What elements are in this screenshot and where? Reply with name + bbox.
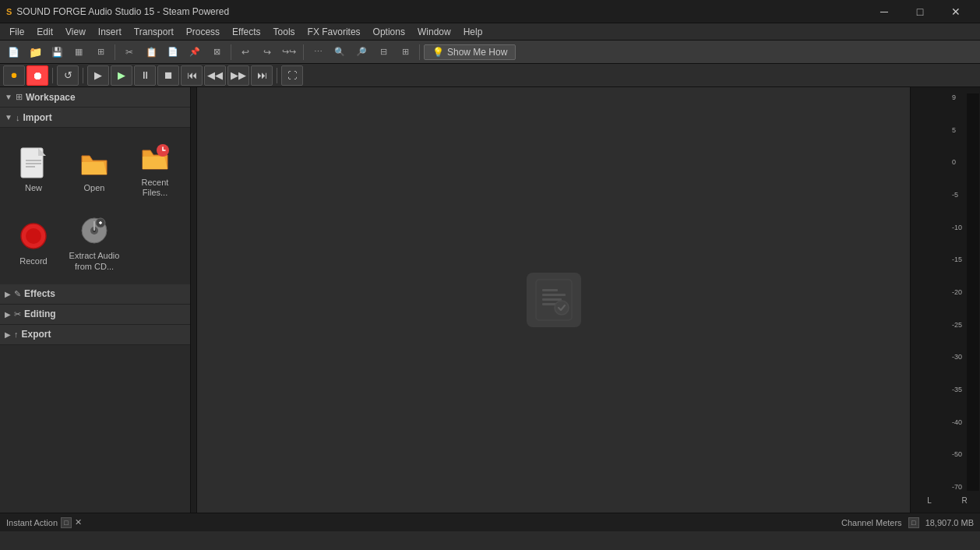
maximize-button[interactable]: □ — [902, 0, 938, 23]
show-me-how-button[interactable]: 💡 Show Me How — [424, 44, 516, 60]
workspace-label: Workspace — [26, 92, 76, 103]
vu-label-n15: -15 — [952, 256, 962, 263]
menu-tools[interactable]: Tools — [267, 23, 301, 41]
fast-forward-button[interactable]: ▶▶ — [227, 65, 249, 86]
refresh-button[interactable]: ↺ — [57, 65, 79, 86]
app-logo: S — [6, 7, 12, 16]
record-button[interactable]: ⏺ — [26, 65, 48, 86]
sidebar-editing-header[interactable]: ▶ ✂ Editing — [0, 305, 190, 325]
menu-file[interactable]: File — [3, 23, 30, 41]
toolbar-sep-2 — [231, 44, 231, 60]
new-file-button[interactable]: 📄 — [3, 43, 23, 62]
status-left: Instant Action □ ✕ — [6, 517, 82, 528]
transport-sep-2 — [83, 68, 83, 83]
save-copy-button[interactable]: ⊞ — [90, 43, 111, 62]
pause-button[interactable]: ⏸ — [134, 65, 156, 86]
arm-record-button[interactable]: ⏺ — [3, 65, 25, 86]
play-loop-button[interactable]: ▶ — [111, 65, 132, 86]
sidebar-workspace-header[interactable]: ▼ ⊞ Workspace — [0, 87, 190, 108]
export-label: Export — [22, 329, 51, 340]
menu-effects[interactable]: Effects — [226, 23, 266, 41]
go-start-button[interactable]: ⏮ — [181, 65, 203, 86]
title-bar-left: S SOUND FORGE Audio Studio 15 - Steam Po… — [6, 6, 229, 17]
main-layout: ▼ ⊞ Workspace ▼ ↓ Import — [0, 87, 980, 513]
copy-button[interactable]: 📋 — [141, 43, 161, 62]
cut-button[interactable]: ✂ — [119, 43, 139, 62]
vu-lr-labels: L R — [912, 496, 980, 505]
close-button[interactable]: ✕ — [938, 0, 974, 23]
record-icon — [16, 219, 51, 253]
watermark — [527, 273, 581, 327]
export-expand-icon: ▶ — [5, 330, 11, 339]
watermark-icon — [527, 273, 581, 327]
menu-process[interactable]: Process — [180, 23, 226, 41]
channel-meters-panel-button[interactable]: □ — [908, 517, 919, 528]
vu-label-9: 9 — [952, 93, 962, 101]
new-item[interactable]: New — [5, 134, 62, 204]
channel-meters-label: Channel Meters — [841, 518, 902, 527]
status-right: Channel Meters □ 18,907.0 MB — [841, 517, 974, 528]
new-icon — [16, 146, 51, 180]
trim-button[interactable]: ⊠ — [206, 43, 227, 62]
menu-window[interactable]: Window — [411, 23, 457, 41]
menu-help[interactable]: Help — [457, 23, 489, 41]
zoom-out-button[interactable]: 🔎 — [351, 43, 372, 62]
go-end-button[interactable]: ⏭ — [251, 65, 273, 86]
snap-button[interactable]: ⋯ — [308, 43, 328, 62]
zoom-sel-button[interactable]: ⊞ — [395, 43, 415, 62]
recent-files-item[interactable]: Recent Files... — [126, 134, 184, 204]
open-button[interactable]: 📁 — [25, 43, 45, 62]
editing-expand-icon: ▶ — [5, 310, 11, 319]
title-bar: S SOUND FORGE Audio Studio 15 - Steam Po… — [0, 0, 980, 23]
vu-label-n40: -40 — [952, 418, 962, 426]
transport-sep-3 — [277, 68, 277, 83]
status-bar: Instant Action □ ✕ Channel Meters □ 18,9… — [0, 513, 980, 531]
fullscreen-button[interactable]: ⛶ — [281, 65, 303, 86]
menu-insert[interactable]: Insert — [92, 23, 128, 41]
paste-button[interactable]: 📄 — [163, 43, 183, 62]
extract-cd-icon — [77, 213, 111, 248]
extract-cd-item[interactable]: Extract Audio from CD... — [65, 207, 123, 277]
sidebar-scrollbar[interactable] — [191, 87, 197, 513]
rewind-button[interactable]: ◀◀ — [204, 65, 226, 86]
vu-label-n25: -25 — [952, 321, 962, 329]
open-item[interactable]: Open — [65, 134, 123, 204]
minimize-button[interactable]: ─ — [866, 0, 902, 23]
play-button[interactable]: ▶ — [87, 65, 109, 86]
toolbar-sep-4 — [419, 44, 420, 60]
redo-button[interactable]: ↪ — [257, 43, 277, 62]
instant-action-panel-button[interactable]: □ — [61, 517, 72, 528]
zoom-in-button[interactable]: 🔍 — [330, 43, 350, 62]
vu-container: 9 5 0 -5 -10 -15 -20 -25 -30 -35 -40 -50… — [912, 90, 980, 509]
vu-label-n50: -50 — [952, 450, 962, 458]
menu-transport[interactable]: Transport — [128, 23, 180, 41]
svg-rect-14 — [542, 298, 562, 301]
save-all-button[interactable]: ▦ — [69, 43, 89, 62]
editing-section-icon: ✂ — [14, 309, 21, 319]
save-button[interactable]: 💾 — [47, 43, 67, 62]
menu-fx-favorites[interactable]: FX Favorites — [301, 23, 367, 41]
undo-button[interactable]: ↩ — [235, 43, 256, 62]
import-expand-icon: ▼ — [5, 113, 12, 122]
svg-point-16 — [555, 301, 569, 315]
instant-action-close-button[interactable]: ✕ — [75, 517, 82, 527]
sidebar: ▼ ⊞ Workspace ▼ ↓ Import — [0, 87, 191, 513]
sidebar-import-header[interactable]: ▼ ↓ Import — [0, 108, 190, 128]
editing-label: Editing — [24, 308, 56, 319]
sidebar-effects-header[interactable]: ▶ ✎ Effects — [0, 284, 190, 305]
memory-usage: 18,907.0 MB — [925, 518, 974, 527]
menu-edit[interactable]: Edit — [30, 23, 59, 41]
stop-button[interactable]: ⏹ — [157, 65, 179, 86]
menu-view[interactable]: View — [59, 23, 92, 41]
svg-rect-13 — [542, 294, 566, 296]
vu-label-n35: -35 — [952, 386, 962, 393]
zoom-fit-button[interactable]: ⊟ — [373, 43, 393, 62]
record-item[interactable]: Record — [5, 207, 62, 277]
menu-options[interactable]: Options — [367, 23, 411, 41]
redo2-button[interactable]: ↪↪ — [279, 43, 299, 62]
paste-insert-button[interactable]: 📌 — [185, 43, 205, 62]
vu-bars — [967, 93, 979, 491]
new-label: New — [25, 183, 42, 193]
sidebar-export-header[interactable]: ▶ ↑ Export — [0, 325, 190, 345]
effects-label: Effects — [24, 288, 55, 299]
